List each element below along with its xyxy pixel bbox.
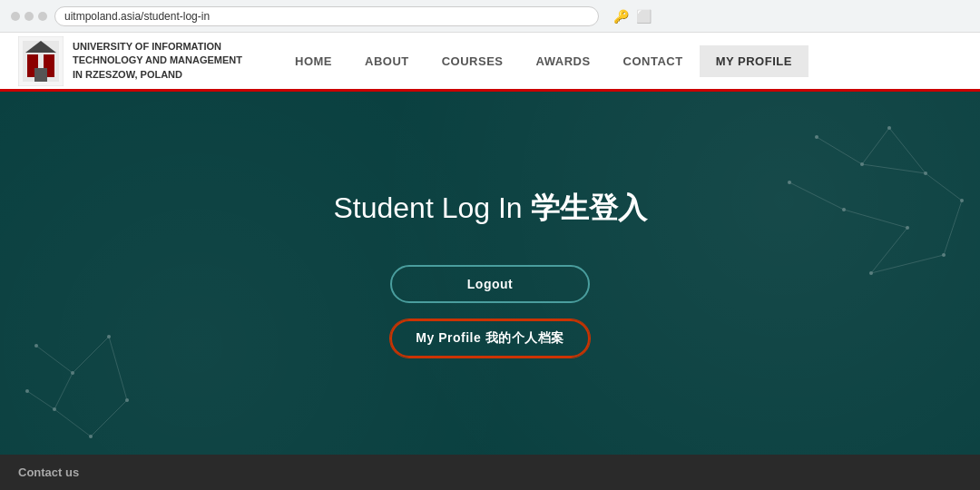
address-bar[interactable]: uitmpoland.asia/student-log-in (54, 6, 599, 26)
svg-line-34 (73, 337, 109, 373)
nav-links: HOME ABOUT COURSES AWARDS CONTACT MY PRO… (279, 45, 962, 77)
browser-controls (11, 12, 47, 21)
svg-line-21 (844, 210, 907, 228)
svg-line-39 (109, 337, 127, 400)
hero-section: Student Log In 学生登入 Logout My Profile 我的… (0, 92, 980, 455)
url-text: uitmpoland.asia/student-log-in (64, 10, 210, 23)
svg-line-17 (862, 128, 889, 164)
svg-line-25 (926, 173, 962, 201)
nav-item-home[interactable]: HOME (279, 47, 348, 75)
svg-line-24 (944, 201, 962, 255)
svg-line-16 (817, 137, 862, 164)
nav-item-about[interactable]: ABOUT (348, 47, 426, 75)
browser-dot-1 (11, 12, 20, 21)
nav-item-contact[interactable]: CONTACT (607, 47, 700, 75)
contact-us-label: Contact us (18, 466, 79, 479)
university-logo (18, 36, 64, 86)
svg-line-20 (789, 182, 844, 210)
logo-line3: in Rzeszow, POLAND (73, 68, 242, 82)
logo-area: UNIVERSITY of INFORMATION TECHNOLOGY and… (18, 36, 242, 86)
browser-bar: uitmpoland.asia/student-log-in 🔑 ⬜ (0, 0, 980, 33)
svg-line-19 (862, 164, 926, 173)
logo-line1: UNIVERSITY of INFORMATION (73, 40, 242, 54)
my-profile-button[interactable]: My Profile 我的个人档案 (390, 319, 590, 358)
browser-icons: 🔑 ⬜ (613, 9, 652, 24)
svg-line-18 (889, 128, 926, 173)
svg-line-23 (871, 255, 944, 273)
footer: Contact us (0, 455, 980, 490)
svg-line-35 (54, 409, 91, 436)
svg-line-33 (36, 346, 73, 373)
nav-item-awards[interactable]: AWARDS (520, 47, 607, 75)
browser-dot-3 (38, 12, 47, 21)
nav-item-courses[interactable]: COURSES (426, 47, 520, 75)
navbar: UNIVERSITY of INFORMATION TECHNOLOGY and… (0, 33, 980, 92)
svg-line-38 (54, 373, 73, 409)
logo-line2: TECHNOLOGY and MANAGEMENT (73, 54, 242, 67)
svg-line-36 (91, 400, 127, 436)
svg-line-37 (27, 391, 54, 409)
browser-dot-2 (24, 12, 34, 21)
svg-rect-5 (34, 68, 47, 82)
key-icon: 🔑 (613, 9, 629, 24)
extension-icon: ⬜ (636, 9, 652, 24)
svg-line-22 (871, 228, 907, 273)
nav-item-my-profile[interactable]: MY PROFILE (700, 45, 808, 77)
network-background (0, 92, 980, 455)
logo-text: UNIVERSITY of INFORMATION TECHNOLOGY and… (73, 40, 242, 82)
